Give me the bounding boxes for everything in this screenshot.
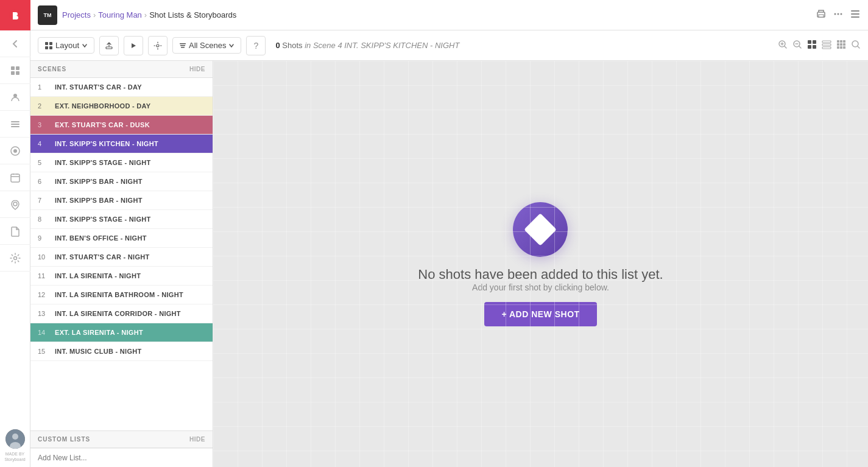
scene-filter-dropdown[interactable]: All Scenes [172, 37, 241, 54]
zoom-out-icon[interactable] [792, 40, 802, 52]
add-list-input[interactable] [30, 448, 213, 467]
compact-view-icon[interactable] [836, 40, 846, 52]
scene-item[interactable]: 6INT. SKIPP'S BAR - NIGHT [30, 172, 213, 191]
svg-rect-28 [49, 46, 52, 49]
scene-item[interactable]: 4INT. SKIPP'S KITCHEN - NIGHT [30, 135, 213, 153]
breadcrumb-projects[interactable]: Projects [62, 10, 91, 19]
scene-number: 11 [38, 272, 50, 279]
scene-name: INT. SKIPP'S KITCHEN - NIGHT [55, 140, 158, 147]
nav-schedule[interactable] [0, 164, 30, 191]
settings-button[interactable] [148, 36, 168, 55]
scene-filter-label: All Scenes [189, 41, 226, 50]
custom-lists-hide-btn[interactable]: HIDE [189, 436, 205, 443]
scene-active-indicator [30, 135, 32, 153]
scene-item[interactable]: 13INT. LA SIRENITA CORRIDOR - NIGHT [30, 304, 213, 323]
svg-rect-49 [837, 46, 839, 49]
scene-item[interactable]: 2EXT. NEIGHBORHOOD - DAY [30, 97, 213, 116]
svg-rect-45 [843, 40, 845, 43]
scene-item[interactable]: 14EXT. LA SIRENITA - NIGHT [30, 323, 213, 342]
svg-rect-6 [11, 121, 19, 122]
scene-item[interactable]: 3EXT. STUART'S CAR - DUSK [30, 116, 213, 135]
scene-item[interactable]: 7INT. SKIPP'S BAR - NIGHT [30, 191, 213, 210]
scene-item[interactable]: 10INT. STUART'S CAR - NIGHT [30, 248, 213, 267]
sidebar: SCENES HIDE 1INT. STUART'S CAR - DAY2EXT… [30, 61, 213, 467]
zoom-in-icon[interactable] [778, 40, 788, 52]
layout-button[interactable]: Layout [38, 37, 94, 54]
scene-number: 10 [38, 253, 50, 261]
toolbar-right-actions [778, 40, 861, 52]
svg-rect-51 [843, 46, 845, 49]
nav-settings[interactable] [0, 245, 30, 272]
nav-characters[interactable] [0, 84, 30, 111]
svg-rect-32 [180, 45, 185, 46]
scene-item[interactable]: 5INT. SKIPP'S STAGE - NIGHT [30, 153, 213, 172]
breadcrumb-sep-1: › [93, 10, 96, 19]
list-view-icon[interactable] [822, 40, 831, 52]
svg-rect-39 [813, 45, 816, 49]
content-area: SCENES HIDE 1INT. STUART'S CAR - DAY2EXT… [30, 61, 868, 467]
dots-icon[interactable] [833, 9, 844, 22]
scene-number: 12 [38, 291, 50, 298]
breadcrumb-project[interactable]: Touring Man [98, 10, 142, 19]
svg-rect-44 [840, 40, 842, 43]
scene-item[interactable]: 15INT. MUSIC CLUB - NIGHT [30, 342, 213, 361]
svg-point-15 [12, 434, 18, 440]
breadcrumb-current: Shot Lists & Storyboards [149, 10, 236, 19]
scene-item[interactable]: 8INT. SKIPP'S STAGE - NIGHT [30, 210, 213, 229]
svg-rect-26 [49, 42, 52, 45]
nav-files[interactable] [0, 218, 30, 245]
svg-rect-24 [851, 16, 859, 18]
svg-rect-42 [822, 47, 831, 49]
print-icon[interactable] [816, 9, 827, 22]
svg-rect-23 [851, 13, 859, 15]
search-icon[interactable] [851, 40, 861, 52]
nav-storyboard[interactable] [0, 57, 30, 84]
play-button[interactable] [124, 36, 143, 55]
made-by-label: MADE BY Storyboard [0, 451, 30, 462]
list-view-icon[interactable] [850, 9, 861, 22]
export-button[interactable] [99, 36, 119, 55]
toolbar: Layout All Scenes ? 0 Shots in Scene 4 I… [30, 30, 868, 61]
scenes-list: 1INT. STUART'S CAR - DAY2EXT. NEIGHBORHO… [30, 78, 213, 430]
scene-item[interactable]: 1INT. STUART'S CAR - DAY [30, 78, 213, 97]
main-container: TM Projects › Touring Man › Shot Lists &… [30, 0, 868, 467]
svg-rect-27 [45, 46, 48, 49]
grid-view-icon[interactable] [807, 40, 817, 52]
svg-rect-50 [840, 46, 842, 49]
nav-elements[interactable] [0, 138, 30, 164]
scene-name: INT. SKIPP'S BAR - NIGHT [55, 197, 143, 204]
scene-number: 2 [38, 102, 50, 110]
empty-state-icon [513, 202, 568, 257]
breadcrumb: Projects › Touring Man › Shot Lists & St… [62, 10, 236, 19]
scene-name: INT. MUSIC CLUB - NIGHT [55, 348, 142, 355]
shots-context: in Scene 4 INT. SKIPP'S KITCHEN - NIGHT [305, 41, 459, 50]
scene-number: 5 [38, 159, 50, 166]
add-shot-button[interactable]: + ADD NEW SHOT [484, 302, 596, 326]
scene-number: 14 [38, 329, 50, 336]
scene-name: INT. SKIPP'S STAGE - NIGHT [55, 159, 151, 166]
svg-point-19 [834, 13, 836, 15]
svg-rect-41 [822, 44, 831, 46]
scenes-hide-btn[interactable]: HIDE [189, 66, 205, 72]
custom-lists-header: CUSTOM LISTS HIDE [30, 431, 213, 448]
nav-lists[interactable] [0, 111, 30, 138]
nav-back[interactable] [0, 30, 30, 57]
svg-point-12 [13, 202, 17, 206]
scene-name: EXT. LA SIRENITA - NIGHT [55, 329, 143, 336]
shots-count: 0 [275, 41, 280, 50]
scene-item[interactable]: 9INT. BEN'S OFFICE - NIGHT [30, 229, 213, 248]
top-bar: TM Projects › Touring Man › Shot Lists &… [30, 0, 868, 30]
avatar[interactable] [5, 429, 25, 449]
scene-item[interactable]: 12INT. LA SIRENITA BATHROOM - NIGHT [30, 286, 213, 304]
empty-state-subtitle: Add your first shot by clicking below. [418, 283, 663, 292]
svg-rect-8 [11, 126, 19, 127]
scenes-title: SCENES [38, 66, 66, 72]
scene-item[interactable]: 11INT. LA SIRENITA - NIGHT [30, 267, 213, 286]
scene-name: INT. LA SIRENITA - NIGHT [55, 272, 141, 279]
shots-info: 0 Shots in Scene 4 INT. SKIPP'S KITCHEN … [275, 41, 459, 50]
project-logo: TM [38, 5, 57, 25]
help-button[interactable]: ? [246, 36, 266, 55]
empty-state: No shots have been added to this list ye… [418, 202, 663, 326]
app-logo-icon [0, 0, 30, 30]
nav-locations[interactable] [0, 191, 30, 218]
